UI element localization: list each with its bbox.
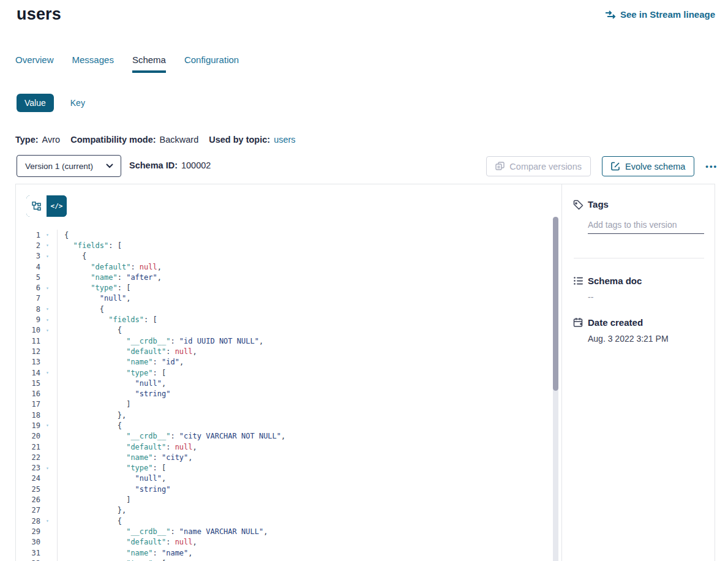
code-line: 27 },: [16, 505, 553, 516]
code-text: "null",: [58, 379, 166, 388]
compare-versions-label: Compare versions: [509, 162, 582, 171]
line-number: 26: [16, 495, 40, 504]
schema-panel: </> 1▾{2▾ "fields": [3▾ {4 "default": nu…: [15, 184, 715, 561]
line-number: 16: [16, 390, 40, 398]
code-text: "type": [: [58, 284, 130, 292]
fold-gutter: [40, 399, 58, 410]
line-number: 13: [16, 358, 40, 366]
code-line: 21 "default": null,: [16, 442, 553, 452]
fold-arrow-icon[interactable]: ▾: [40, 230, 58, 240]
type-value: Avro: [42, 135, 61, 145]
version-actions: Compare versions Evolve schema •••: [486, 156, 718, 176]
evolve-schema-label: Evolve schema: [625, 162, 685, 171]
line-number: 14: [16, 369, 40, 377]
code-line: 19▾ {: [16, 420, 553, 431]
fold-arrow-icon[interactable]: ▾: [40, 282, 58, 293]
line-number: 12: [16, 347, 40, 356]
used-by-topic-link[interactable]: users: [274, 135, 295, 145]
code-text: {: [58, 252, 86, 260]
fold-gutter: [40, 262, 58, 272]
fold-gutter: [40, 442, 58, 452]
fold-gutter: [40, 357, 58, 367]
line-number: 2: [16, 241, 40, 250]
add-tags-input[interactable]: [588, 218, 704, 234]
code-line: 3▾ {: [16, 251, 553, 262]
line-number: 31: [16, 549, 40, 557]
fold-arrow-icon[interactable]: ▾: [40, 240, 58, 250]
value-tab-button[interactable]: Value: [17, 94, 54, 112]
editor-scrollbar-track[interactable]: [553, 217, 558, 561]
code-text: "null",: [58, 474, 166, 483]
tags-title: Tags: [588, 199, 609, 209]
code-text: "string": [58, 485, 170, 494]
fold-arrow-icon[interactable]: ▾: [40, 314, 58, 325]
see-in-stream-lineage-link[interactable]: See in Stream lineage: [605, 9, 715, 20]
tab-messages[interactable]: Messages: [72, 55, 114, 73]
code-line: 4 "default": null,: [16, 262, 553, 272]
compare-versions-button[interactable]: Compare versions: [486, 156, 591, 176]
line-number: 21: [16, 443, 40, 451]
fold-arrow-icon[interactable]: ▾: [40, 367, 58, 378]
fold-arrow-icon[interactable]: ▾: [40, 304, 58, 314]
code-line: 10▾ {: [16, 325, 553, 336]
tab-overview[interactable]: Overview: [15, 55, 54, 73]
tree-view-button[interactable]: [26, 195, 47, 217]
tab-schema[interactable]: Schema: [132, 55, 166, 73]
fold-arrow-icon[interactable]: ▾: [40, 516, 58, 526]
code-text: "type": [: [58, 464, 166, 472]
code-text: "__crdb__": "name VARCHAR NULL",: [58, 527, 268, 536]
fold-gutter: [40, 410, 58, 420]
code-line: 7 "null",: [16, 293, 553, 304]
code-line: 13 "name": "id",: [16, 357, 553, 367]
code-line: 6▾ "type": [: [16, 282, 553, 293]
fold-gutter: [40, 388, 58, 399]
tab-configuration[interactable]: Configuration: [184, 55, 239, 73]
fold-gutter: [40, 378, 58, 388]
code-text: "string": [58, 390, 170, 398]
code-line: 22 "name": "city",: [16, 452, 553, 462]
code-line: 29 "__crdb__": "name VARCHAR NULL",: [16, 526, 553, 537]
line-number: 22: [16, 453, 40, 462]
line-number: 28: [16, 517, 40, 525]
fold-gutter: [40, 494, 58, 505]
code-line: 8▾ {: [16, 304, 553, 314]
code-view-icon: </>: [51, 202, 63, 210]
date-created-value: Aug. 3 2022 3:21 PM: [588, 334, 669, 344]
fold-arrow-icon[interactable]: ▾: [40, 325, 58, 336]
fold-arrow-icon[interactable]: ▾: [40, 463, 58, 473]
fold-gutter: [40, 505, 58, 516]
schema-id: Schema ID: 100002: [129, 160, 211, 170]
compatibility-mode-value: Backward: [160, 135, 199, 145]
code-text: "fields": [: [58, 241, 122, 250]
code-text: },: [58, 411, 126, 420]
fold-arrow-icon[interactable]: ▾: [40, 558, 58, 561]
tab-bar: Overview Messages Schema Configuration: [15, 55, 239, 73]
version-select[interactable]: Version 1 (current): [17, 155, 121, 177]
fold-gutter: [40, 537, 58, 548]
code-line: 16 "string": [16, 388, 553, 399]
code-line: 20 "__crdb__": "city VARCHAR NOT NULL",: [16, 431, 553, 442]
line-number: 7: [16, 294, 40, 303]
more-options-button[interactable]: •••: [705, 162, 718, 171]
code-editor[interactable]: 1▾{2▾ "fields": [3▾ {4 "default": null,5…: [16, 230, 553, 561]
code-view-button[interactable]: </>: [47, 195, 67, 217]
evolve-schema-button[interactable]: Evolve schema: [602, 156, 694, 176]
line-number: 3: [16, 252, 40, 260]
line-number: 11: [16, 337, 40, 345]
code-line: 25 "string": [16, 484, 553, 494]
fold-arrow-icon[interactable]: ▾: [40, 251, 58, 262]
schema-meta-row: Type: Avro Compatibility mode: Backward …: [15, 135, 296, 145]
key-tab-button[interactable]: Key: [70, 98, 85, 108]
fold-arrow-icon[interactable]: ▾: [40, 420, 58, 431]
line-number: 25: [16, 485, 40, 494]
stream-lineage-icon: [605, 10, 616, 19]
code-text: "default": null,: [58, 443, 197, 451]
code-text: "fields": [: [58, 315, 157, 324]
line-number: 30: [16, 538, 40, 546]
code-text: "default": null,: [58, 347, 197, 356]
code-text: "default": null,: [58, 263, 162, 271]
editor-scrollbar-thumb[interactable]: [553, 217, 558, 391]
schema-doc-title: Schema doc: [588, 276, 642, 286]
line-number: 17: [16, 400, 40, 409]
code-text: ]: [58, 400, 130, 409]
